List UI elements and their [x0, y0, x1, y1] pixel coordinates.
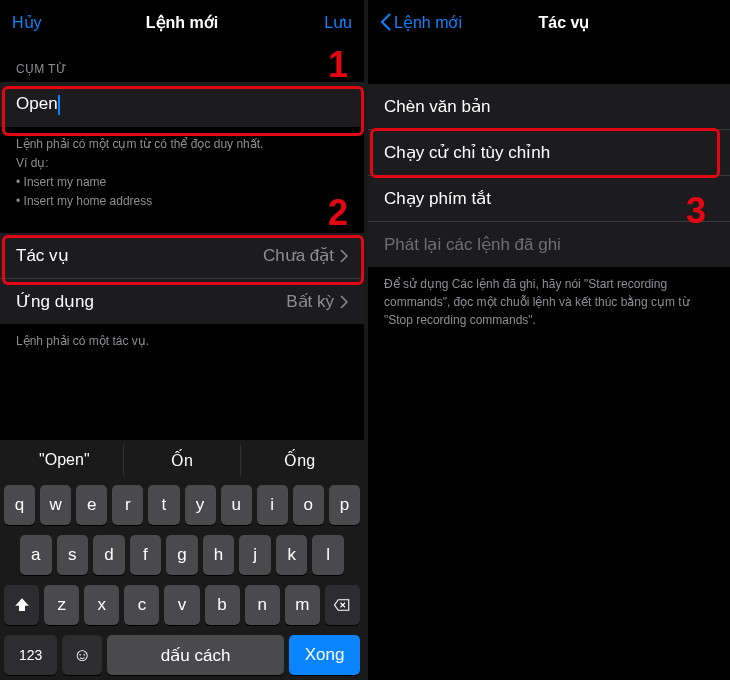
key-y[interactable]: y: [185, 485, 216, 525]
nav-bar: Lệnh mới Tác vụ: [368, 0, 730, 44]
shift-icon: [13, 596, 31, 614]
shift-key[interactable]: [4, 585, 39, 625]
key-a[interactable]: a: [20, 535, 52, 575]
picker-footer: Để sử dụng Các lệnh đã ghi, hãy nói "Sta…: [368, 267, 730, 333]
option-insert-text[interactable]: Chèn văn bản: [368, 84, 730, 130]
app-label: Ứng dụng: [16, 291, 94, 312]
back-button[interactable]: Lệnh mới: [380, 13, 462, 32]
phrase-input[interactable]: Open: [16, 94, 348, 115]
text-caret: [58, 95, 60, 115]
key-row: zxcvbnm: [0, 580, 364, 630]
key-h[interactable]: h: [203, 535, 235, 575]
key-o[interactable]: o: [293, 485, 324, 525]
task-cell[interactable]: Tác vụ Chưa đặt: [0, 233, 364, 279]
key-row: 123 ☺ dấu cách Xong: [0, 630, 364, 680]
key-w[interactable]: w: [40, 485, 71, 525]
save-button[interactable]: Lưu: [300, 13, 352, 32]
keyboard: "Open" Ốn Ống qwertyuiop asdfghjkl zxcvb…: [0, 440, 364, 680]
nav-title: Lệnh mới: [64, 13, 300, 32]
key-s[interactable]: s: [57, 535, 89, 575]
key-x[interactable]: x: [84, 585, 119, 625]
key-f[interactable]: f: [130, 535, 162, 575]
new-command-screen: Hủy Lệnh mới Lưu CỤM TỪ Open Lệnh phải c…: [0, 0, 368, 680]
numbers-key[interactable]: 123: [4, 635, 57, 675]
option-label: Chèn văn bản: [384, 96, 490, 117]
key-r[interactable]: r: [112, 485, 143, 525]
done-key[interactable]: Xong: [289, 635, 360, 675]
key-b[interactable]: b: [205, 585, 240, 625]
key-z[interactable]: z: [44, 585, 79, 625]
emoji-icon: ☺: [73, 645, 91, 666]
task-footer: Lệnh phải có một tác vụ.: [0, 324, 364, 355]
suggestion[interactable]: Ống: [241, 445, 358, 476]
key-g[interactable]: g: [166, 535, 198, 575]
option-run-gesture[interactable]: Chạy cử chỉ tùy chỉnh: [368, 130, 730, 176]
app-cell[interactable]: Ứng dụng Bất kỳ: [0, 279, 364, 324]
chevron-left-icon: [380, 13, 392, 31]
phrase-section-header: CỤM TỪ: [0, 44, 364, 82]
key-row: asdfghjkl: [0, 530, 364, 580]
key-i[interactable]: i: [257, 485, 288, 525]
key-l[interactable]: l: [312, 535, 344, 575]
option-label: Chạy cử chỉ tùy chỉnh: [384, 142, 550, 163]
key-q[interactable]: q: [4, 485, 35, 525]
key-t[interactable]: t: [148, 485, 179, 525]
suggestion[interactable]: "Open": [6, 445, 124, 475]
suggestion[interactable]: Ốn: [124, 445, 242, 476]
key-k[interactable]: k: [276, 535, 308, 575]
task-label: Tác vụ: [16, 245, 69, 266]
backspace-key[interactable]: [325, 585, 360, 625]
key-m[interactable]: m: [285, 585, 320, 625]
option-label: Chạy phím tắt: [384, 188, 491, 209]
key-d[interactable]: d: [93, 535, 125, 575]
emoji-key[interactable]: ☺: [62, 635, 102, 675]
option-label: Phát lại các lệnh đã ghi: [384, 234, 561, 255]
task-value: Chưa đặt: [263, 245, 334, 266]
nav-bar: Hủy Lệnh mới Lưu: [0, 0, 364, 44]
cancel-button[interactable]: Hủy: [12, 13, 64, 32]
app-value: Bất kỳ: [286, 291, 334, 312]
key-j[interactable]: j: [239, 535, 271, 575]
phrase-helper: Lệnh phải có một cụm từ có thể đọc duy n…: [0, 127, 364, 216]
space-key[interactable]: dấu cách: [107, 635, 284, 675]
phrase-field[interactable]: Open: [0, 82, 364, 127]
keyboard-suggestions: "Open" Ốn Ống: [0, 440, 364, 480]
back-label: Lệnh mới: [394, 13, 462, 32]
backspace-icon: [333, 596, 351, 614]
key-row: qwertyuiop: [0, 480, 364, 530]
chevron-right-icon: [340, 249, 348, 263]
chevron-right-icon: [340, 295, 348, 309]
key-v[interactable]: v: [164, 585, 199, 625]
option-run-shortcut[interactable]: Chạy phím tắt: [368, 176, 730, 222]
key-c[interactable]: c: [124, 585, 159, 625]
key-p[interactable]: p: [329, 485, 360, 525]
key-e[interactable]: e: [76, 485, 107, 525]
key-n[interactable]: n: [245, 585, 280, 625]
task-picker-screen: Lệnh mới Tác vụ Chèn văn bản Chạy cử chỉ…: [368, 0, 730, 680]
key-u[interactable]: u: [221, 485, 252, 525]
option-playback-recorded: Phát lại các lệnh đã ghi: [368, 222, 730, 267]
nav-title: Tác vụ: [462, 13, 666, 32]
